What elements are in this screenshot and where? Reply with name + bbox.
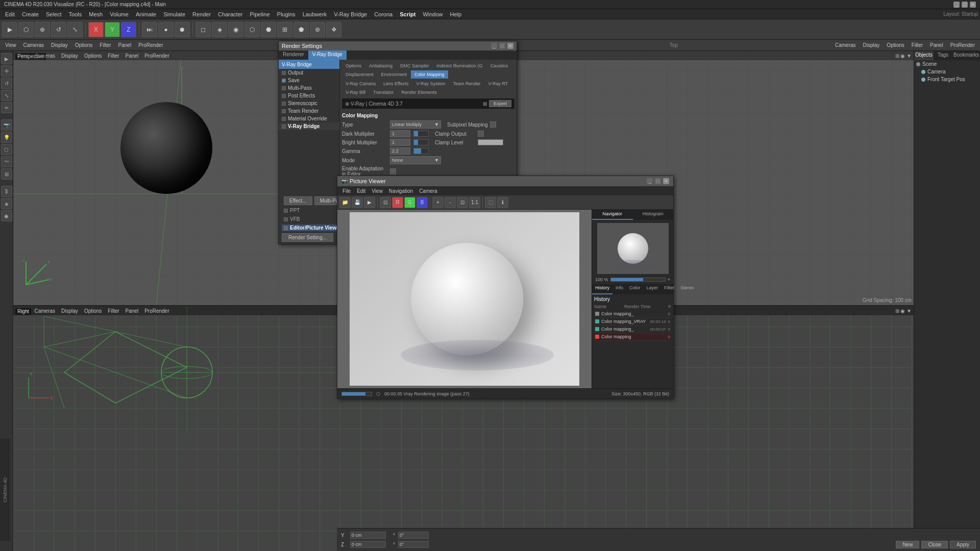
menu-plugins[interactable]: Plugins xyxy=(274,10,299,18)
left-tool-object[interactable]: ⬡ xyxy=(1,144,12,155)
menu-laubwerk[interactable]: Laubwerk xyxy=(300,10,330,18)
vt-environment[interactable]: Environment xyxy=(378,70,411,79)
left-tool-rotate[interactable]: ↺ xyxy=(1,78,12,89)
cm-subpixel-check[interactable] xyxy=(490,121,496,128)
bvp-display[interactable]: Display xyxy=(59,308,80,314)
pv-tool-rgb[interactable]: R xyxy=(392,197,403,208)
bvp-filter[interactable]: Filter xyxy=(106,308,121,314)
tool-obj4[interactable]: ⬡ xyxy=(244,22,260,37)
vt-vraybill[interactable]: V-Ray Bill xyxy=(342,88,369,96)
menu-mesh[interactable]: Mesh xyxy=(86,10,106,18)
tool-obj2[interactable]: ◈ xyxy=(212,22,227,37)
rs-menu-vraybridge[interactable]: V-Ray Bridge xyxy=(279,122,339,130)
vt-caustics[interactable]: Caustics xyxy=(487,62,512,70)
cm-mode-dropdown[interactable]: None ▼ xyxy=(390,156,441,164)
tool-x[interactable]: X xyxy=(88,22,104,37)
coord-z-input[interactable] xyxy=(350,541,386,548)
pv-tool-history[interactable]: ⊡ xyxy=(380,197,391,208)
menu-pipeline[interactable]: Pipeline xyxy=(247,10,273,18)
tool-obj8[interactable]: ⊛ xyxy=(310,22,325,37)
vt-antialiasing[interactable]: Antialiasing xyxy=(365,62,396,70)
obj-item-scene[interactable]: Scene xyxy=(914,60,980,68)
left-tool-mod[interactable]: ⊞ xyxy=(1,168,12,180)
menu-animate[interactable]: Animate xyxy=(133,10,159,18)
pv-canvas[interactable] xyxy=(337,210,592,388)
pv-htab-color[interactable]: Color xyxy=(626,284,644,294)
tool-move[interactable]: ⊕ xyxy=(35,22,50,37)
cm-brightmult-slider[interactable] xyxy=(413,139,429,145)
tb2-view[interactable]: View xyxy=(2,41,19,49)
rs-menu-multipass[interactable]: Multi-Pass xyxy=(279,84,339,92)
tool-obj3[interactable]: ◉ xyxy=(228,22,243,37)
pv-menu-file[interactable]: File xyxy=(339,188,354,194)
menu-edit[interactable]: Edit xyxy=(2,10,18,18)
bvp-options[interactable]: Options xyxy=(82,308,104,314)
cm-enableadapt-check[interactable]: ✓ xyxy=(390,168,396,174)
tool-obj5[interactable]: ⬣ xyxy=(261,22,276,37)
vp-filter[interactable]: Filter xyxy=(106,53,121,59)
pv-menu-view[interactable]: View xyxy=(369,188,386,194)
vt-vraycamera[interactable]: V-Ray Camera xyxy=(342,80,379,88)
tb2-cameras[interactable]: Cameras xyxy=(20,41,47,49)
tb2-display[interactable]: Display xyxy=(48,41,71,49)
vp-display[interactable]: Display xyxy=(59,53,80,59)
rp-tab-tags[interactable]: Tags xyxy=(934,51,952,60)
bvp-panel[interactable]: Panel xyxy=(124,308,141,314)
pv-menu-nav[interactable]: Navigation xyxy=(386,188,416,194)
vp-panel[interactable]: Panel xyxy=(124,53,141,59)
left-tool-light[interactable]: 💡 xyxy=(1,132,12,143)
pv-maximize[interactable]: □ xyxy=(655,178,661,184)
cm-type-dropdown[interactable]: Linear Multiply ▼ xyxy=(390,120,441,129)
rs-menu-output[interactable]: Output xyxy=(279,69,339,77)
menu-volume[interactable]: Volume xyxy=(107,10,132,18)
vt-vrayrt[interactable]: V-Ray RT xyxy=(484,80,511,88)
tool-play[interactable]: ▶ xyxy=(2,22,17,37)
vt-lensfx[interactable]: Lens Effects xyxy=(380,80,412,88)
rp-tab-objects[interactable]: Objects xyxy=(914,51,934,60)
pv-htab-history[interactable]: History xyxy=(592,284,612,294)
coord-y2-input[interactable] xyxy=(398,532,429,539)
vp-prorender[interactable]: ProRender xyxy=(142,53,171,59)
rs-menu-postfx[interactable]: Post Effects xyxy=(279,92,339,99)
pv-menu-camera[interactable]: Camera xyxy=(416,188,440,194)
pv-tool-render[interactable]: ▶ xyxy=(364,197,375,208)
rs-menu-stereo[interactable]: Stereoscopic xyxy=(279,99,339,107)
cm-darkmult-input[interactable] xyxy=(390,130,410,137)
vt-renderelements[interactable]: Render Elements xyxy=(398,88,440,96)
vp-options[interactable]: Options xyxy=(82,53,104,59)
rs-menu-save[interactable]: ✓ Save xyxy=(279,77,339,84)
pv-zoom-plus[interactable]: + xyxy=(668,277,670,282)
tool-y[interactable]: Y xyxy=(105,22,120,37)
pv-tool-g[interactable]: G xyxy=(404,197,415,208)
menu-simulate[interactable]: Simulate xyxy=(160,10,188,18)
menu-vray-bridge[interactable]: V-Ray Bridge xyxy=(331,10,370,18)
tool-obj7[interactable]: ⬟ xyxy=(293,22,309,37)
bvp-cameras[interactable]: Cameras xyxy=(33,308,58,314)
rs-minimize[interactable]: _ xyxy=(491,43,497,49)
menu-window[interactable]: Window xyxy=(420,10,446,18)
tb2-filter[interactable]: Filter xyxy=(96,41,114,49)
vt-gi[interactable]: Indirect Illumination (G xyxy=(433,62,486,70)
left-tool-paint[interactable]: ✏ xyxy=(1,102,12,113)
tool-scale[interactable]: ⤡ xyxy=(67,22,83,37)
left-tool-camera[interactable]: 📷 xyxy=(1,119,12,131)
cm-clamplevel-slider[interactable] xyxy=(478,139,503,145)
pv-tool-save[interactable]: 💾 xyxy=(352,197,363,208)
pv-htab-filter[interactable]: Filter xyxy=(661,284,677,294)
tool-anim[interactable]: ⏭ xyxy=(142,22,157,37)
vt-options[interactable]: Options xyxy=(342,62,365,70)
pv-menu-edit[interactable]: Edit xyxy=(354,188,369,194)
rs-tab-renderer[interactable]: Renderer xyxy=(279,51,308,60)
obj-item-camera[interactable]: Camera xyxy=(914,68,980,76)
close-btn[interactable]: ✕ xyxy=(970,2,976,8)
menu-script[interactable]: Script xyxy=(397,10,419,18)
pv-htab-stereo[interactable]: Stereo xyxy=(677,284,697,294)
bvp-prorender[interactable]: ProRender xyxy=(142,308,171,314)
tb2-filter2[interactable]: Filter xyxy=(909,41,926,49)
coord-new-btn[interactable]: New xyxy=(896,541,919,548)
hist-item-0[interactable]: Color mapping_ 0 xyxy=(594,310,671,318)
rs-effect-btn[interactable]: Effect... xyxy=(284,196,312,205)
tb2-panel[interactable]: Panel xyxy=(115,41,135,49)
tb2-display2[interactable]: Display xyxy=(860,41,883,49)
pv-tool-zoom-out[interactable]: - xyxy=(445,197,456,208)
